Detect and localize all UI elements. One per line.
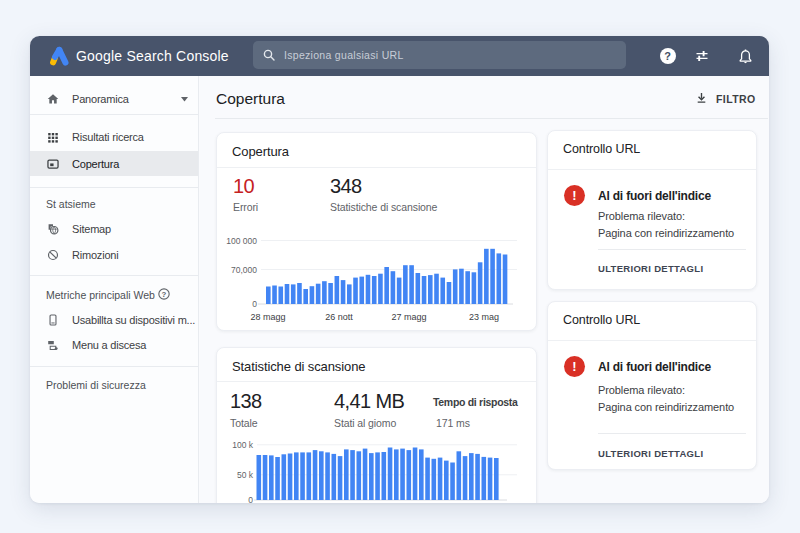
svg-text:0: 0 — [248, 495, 253, 503]
svg-text:70,000: 70,000 — [231, 265, 257, 275]
svg-text:27 magg: 27 magg — [391, 312, 426, 322]
svg-text:26 nott: 26 nott — [325, 312, 353, 322]
svg-text:50 k: 50 k — [237, 470, 254, 480]
svg-text:100 000: 100 000 — [226, 236, 257, 246]
svg-text:23 mag: 23 mag — [469, 312, 499, 322]
svg-text:100 k: 100 k — [232, 440, 254, 450]
svg-text:28 magg: 28 magg — [250, 312, 285, 322]
svg-text:?: ? — [162, 290, 167, 299]
svg-text:0: 0 — [252, 299, 257, 309]
